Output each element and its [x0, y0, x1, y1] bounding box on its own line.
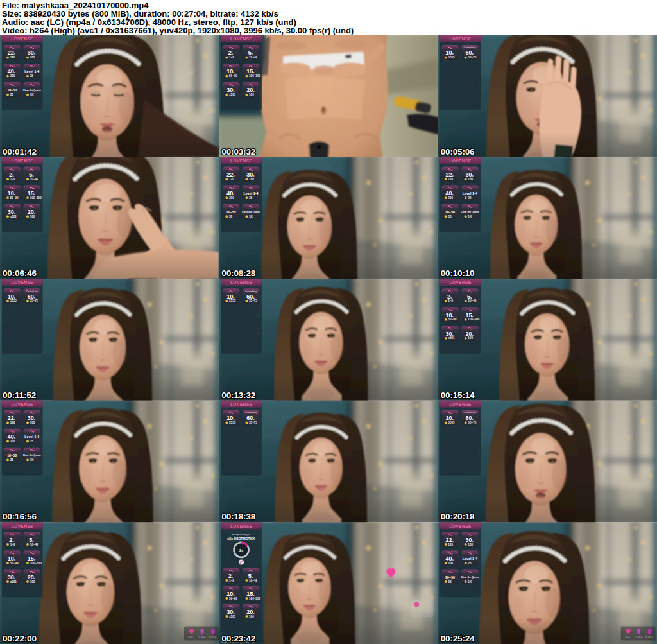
svg-text:120: 120 [448, 543, 453, 546]
svg-text:LOVENSE: LOVENSE [449, 159, 472, 163]
svg-text:50~99: 50~99 [229, 597, 237, 600]
svg-text:25: 25 [249, 196, 253, 200]
svg-text:Level 1-4: Level 1-4 [24, 435, 39, 439]
svg-text:Control toy: Control toy [245, 412, 257, 414]
svg-text:00:22:00: 00:22:00 [3, 634, 37, 643]
svg-text:00:06:46: 00:06:46 [3, 268, 37, 278]
svg-text:1~9: 1~9 [10, 543, 15, 546]
svg-text:Control toy: Control toy [464, 412, 475, 414]
svg-text:10~49: 10~49 [30, 178, 38, 181]
svg-text:5555: 5555 [448, 421, 455, 424]
svg-text:100~300: 100~300 [249, 597, 260, 600]
svg-text:100: 100 [30, 580, 35, 584]
svg-text:100: 100 [249, 615, 254, 618]
svg-text:xXa-OBORMOTICK: xXa-OBORMOTICK [227, 537, 255, 541]
svg-text:38: 38 [448, 215, 452, 218]
svg-text:LOVENSE: LOVENSE [230, 402, 253, 406]
svg-text:Control toy: Control toy [245, 290, 257, 293]
svg-text:100~300: 100~300 [249, 74, 260, 78]
svg-text:180: 180 [30, 421, 35, 424]
svg-text:x301: x301 [448, 337, 455, 340]
svg-text:5555: 5555 [10, 300, 17, 303]
svg-text:2s: 2s [239, 548, 243, 552]
svg-text:5555: 5555 [448, 56, 455, 59]
svg-text:100: 100 [249, 93, 254, 96]
svg-text:LOVENSE: LOVENSE [12, 402, 34, 406]
svg-text:00:23:42: 00:23:42 [221, 634, 255, 643]
svg-text:Level 1-4: Level 1-4 [463, 557, 477, 561]
svg-text:50~99: 50~99 [448, 318, 456, 322]
svg-text:100: 100 [468, 337, 473, 340]
svg-text:100~300: 100~300 [468, 318, 479, 322]
svg-text:Clear the Queue: Clear the Queue [461, 211, 479, 213]
svg-text:1K: 1K [468, 580, 472, 584]
svg-text:50~99: 50~99 [10, 196, 19, 200]
svg-text:LOVENSE: LOVENSE [449, 524, 472, 528]
svg-text:x301: x301 [229, 615, 236, 618]
svg-text:180: 180 [468, 178, 473, 181]
svg-text:00:13:32: 00:13:32 [221, 390, 255, 400]
svg-text:38: 38 [10, 458, 14, 462]
svg-text:LOVENSE: LOVENSE [230, 37, 253, 41]
svg-text:55~75: 55~75 [30, 300, 38, 303]
svg-text:LOVENSE: LOVENSE [230, 524, 253, 528]
svg-text:LOVENSE: LOVENSE [449, 402, 472, 406]
svg-text:120: 120 [448, 178, 453, 181]
svg-text:25: 25 [468, 196, 472, 200]
svg-text:1~9: 1~9 [10, 178, 15, 181]
svg-text:10~49: 10~49 [249, 579, 257, 582]
svg-text:120: 120 [229, 178, 234, 181]
svg-text:00:03:32: 00:03:32 [221, 147, 255, 157]
svg-text:120: 120 [10, 421, 15, 424]
svg-text:00:18:38: 00:18:38 [221, 512, 255, 521]
svg-text:10~50: 10~50 [7, 88, 17, 92]
svg-text:1~9: 1~9 [229, 579, 234, 582]
svg-text:00:16:56: 00:16:56 [3, 512, 37, 521]
svg-text:50~99: 50~99 [10, 562, 19, 565]
svg-text:10~50: 10~50 [226, 210, 235, 214]
svg-text:55~75: 55~75 [468, 56, 476, 59]
svg-text:Clear the Queue: Clear the Queue [461, 576, 479, 579]
svg-text:1~9: 1~9 [229, 56, 234, 59]
svg-text:10~50: 10~50 [445, 210, 455, 214]
svg-text:1K: 1K [30, 458, 35, 462]
svg-text:100~300: 100~300 [30, 196, 42, 200]
svg-text:38: 38 [10, 93, 14, 96]
svg-text:00:10:10: 00:10:10 [441, 268, 475, 278]
svg-text:5555: 5555 [229, 421, 236, 424]
svg-text:00:15:14: 00:15:14 [441, 390, 475, 400]
svg-text:38: 38 [229, 215, 233, 218]
svg-text:00:25:24: 00:25:24 [441, 634, 475, 643]
svg-text:LOVENSE: LOVENSE [12, 524, 34, 528]
svg-text:100: 100 [30, 215, 35, 218]
svg-text:LOVENSE: LOVENSE [12, 37, 34, 41]
svg-text:10~49: 10~49 [468, 300, 476, 303]
svg-text:1~9: 1~9 [448, 300, 453, 303]
svg-text:Clear the Queue: Clear the Queue [242, 211, 260, 213]
svg-text:50~99: 50~99 [229, 74, 237, 78]
svg-text:200: 200 [448, 196, 453, 200]
svg-text:Level 1-4: Level 1-4 [463, 191, 477, 195]
svg-text:200: 200 [229, 196, 234, 200]
svg-text:Clear the Queue: Clear the Queue [23, 89, 41, 92]
svg-text:00:11:52: 00:11:52 [3, 390, 37, 400]
svg-text:Responding to: Responding to [232, 533, 251, 536]
svg-text:120: 120 [10, 56, 15, 59]
svg-text:Control toy: Control toy [26, 290, 38, 293]
svg-text:00:05:06: 00:05:06 [441, 147, 475, 157]
svg-text:Level 1-4: Level 1-4 [243, 191, 258, 195]
svg-text:1K: 1K [30, 93, 35, 96]
svg-text:x301: x301 [10, 215, 17, 218]
svg-text:25: 25 [30, 440, 34, 443]
svg-text:LOVENSE: LOVENSE [449, 37, 472, 41]
svg-text:LOVENSE: LOVENSE [230, 280, 253, 284]
svg-text:180: 180 [468, 543, 473, 546]
svg-text:200: 200 [10, 74, 15, 78]
svg-text:1K: 1K [249, 215, 253, 218]
svg-text:LOVENSE: LOVENSE [12, 159, 34, 163]
svg-text:10~49: 10~49 [30, 543, 38, 546]
svg-text:00:01:42: 00:01:42 [3, 147, 37, 157]
svg-text:100~300: 100~300 [30, 562, 42, 565]
svg-text:10~49: 10~49 [249, 56, 257, 59]
svg-text:180: 180 [249, 178, 254, 181]
